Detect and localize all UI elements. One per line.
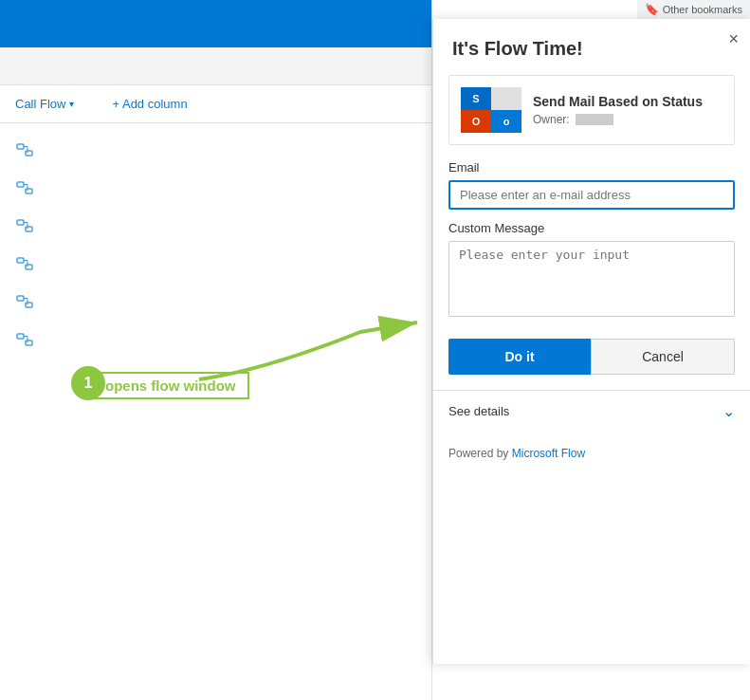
svg-rect-12 xyxy=(17,258,24,263)
svg-text:O: O xyxy=(472,116,481,127)
list-item[interactable] xyxy=(0,169,431,207)
outlook-icon: o xyxy=(491,110,521,133)
svg-rect-9 xyxy=(26,227,32,231)
email-label: Email xyxy=(448,160,735,175)
svg-rect-17 xyxy=(26,303,32,307)
panel-title: It's Flow Time! xyxy=(433,19,750,75)
blank-icon xyxy=(491,87,521,110)
close-button[interactable]: × xyxy=(728,30,739,47)
svg-rect-5 xyxy=(26,189,32,193)
svg-rect-8 xyxy=(17,220,24,225)
powered-by-prefix: Powered by xyxy=(448,447,508,460)
custom-message-textarea[interactable] xyxy=(448,241,735,317)
svg-rect-20 xyxy=(17,334,24,339)
see-details-section[interactable]: See details ⌄ xyxy=(433,390,750,432)
office-icon: O xyxy=(461,110,491,133)
sharepoint-icon: S xyxy=(461,87,491,110)
see-details-label: See details xyxy=(448,404,509,418)
svg-rect-16 xyxy=(17,296,24,301)
row-icon xyxy=(15,256,34,271)
flow-name: Send Mail Based on Status xyxy=(533,94,703,109)
row-icon xyxy=(15,218,34,233)
svg-text:S: S xyxy=(472,93,479,104)
email-input[interactable] xyxy=(448,180,735,210)
owner-label: Owner: xyxy=(533,113,570,126)
powered-by: Powered by Microsoft Flow xyxy=(433,432,750,460)
step-circle: 1 xyxy=(71,366,105,400)
flow-panel: × It's Flow Time! S O o Send Mail Based … xyxy=(432,19,750,664)
svg-rect-21 xyxy=(26,341,32,345)
list-item[interactable] xyxy=(0,321,431,359)
left-panel: Call Flow ▾ + Add column xyxy=(0,0,432,700)
top-bar xyxy=(0,0,431,47)
custom-message-section: Custom Message xyxy=(433,221,750,331)
svg-rect-1 xyxy=(26,151,32,156)
flow-owner: Owner: xyxy=(533,113,703,126)
cancel-button[interactable]: Cancel xyxy=(591,339,735,375)
step-number: 1 xyxy=(84,375,93,392)
flow-icons: S O o xyxy=(461,87,521,133)
svg-rect-4 xyxy=(17,182,24,187)
bookmarks-bar: 🔖 Other bookmarks xyxy=(637,0,750,19)
row-icon xyxy=(15,180,34,195)
row-icon xyxy=(15,142,34,157)
annotation-label: opens flow window xyxy=(92,372,249,399)
bookmarks-label: Other bookmarks xyxy=(663,4,742,15)
microsoft-flow-link[interactable]: Microsoft Flow xyxy=(512,447,585,460)
call-flow-label: Call Flow xyxy=(15,97,65,111)
chevron-down-icon: ⌄ xyxy=(723,402,735,420)
subbar xyxy=(0,47,431,85)
list-item[interactable] xyxy=(0,131,431,169)
email-section: Email xyxy=(433,160,750,221)
do-it-button[interactable]: Do it xyxy=(448,339,591,375)
list-rows xyxy=(0,123,431,366)
custom-message-label: Custom Message xyxy=(448,221,735,235)
svg-text:o: o xyxy=(503,116,510,127)
svg-rect-13 xyxy=(26,265,32,269)
dropdown-chevron-icon: ▾ xyxy=(69,99,74,109)
list-item[interactable] xyxy=(0,207,431,245)
row-icon xyxy=(15,294,34,309)
add-column-button[interactable]: + Add column xyxy=(112,97,187,111)
action-buttons: Do it Cancel xyxy=(433,331,750,390)
list-item[interactable] xyxy=(0,283,431,321)
call-flow-column-header[interactable]: Call Flow ▾ xyxy=(15,97,74,111)
flow-info: Send Mail Based on Status Owner: xyxy=(533,94,703,126)
row-icon xyxy=(15,332,34,347)
flow-card: S O o Send Mail Based on Status Owner: xyxy=(448,75,735,145)
list-item[interactable] xyxy=(0,245,431,283)
bookmark-icon: 🔖 xyxy=(645,3,659,16)
owner-value-block xyxy=(576,114,613,125)
svg-rect-0 xyxy=(17,144,24,149)
column-header: Call Flow ▾ + Add column xyxy=(0,85,431,123)
